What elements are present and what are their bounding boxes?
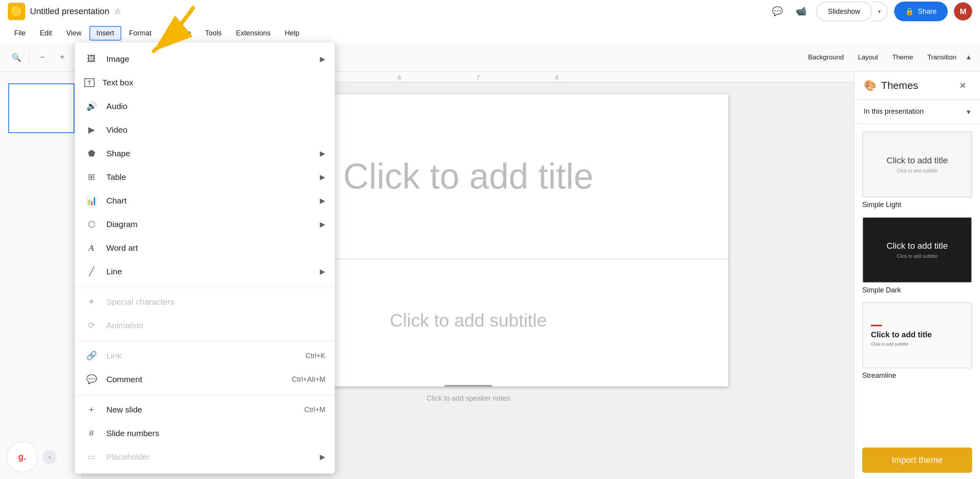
panel-title-row: 🎨 Themes: [864, 80, 918, 92]
menu-arrange[interactable]: Arrange: [160, 27, 197, 40]
document-title[interactable]: Untitled presentation: [30, 6, 110, 17]
menu-edit[interactable]: Edit: [33, 27, 58, 40]
diagram-label: Diagram: [106, 220, 312, 229]
toolbar-right: Background Layout Theme Transition ▲: [802, 51, 972, 64]
simple-dark-preview-subtitle: Click to add subtitle: [896, 253, 937, 259]
chart-label: Chart: [106, 196, 312, 205]
slideshow-dropdown-btn[interactable]: ▾: [872, 2, 888, 21]
image-arrow: ▶: [320, 55, 325, 63]
menu-file[interactable]: File: [8, 27, 32, 40]
menu-bar: File Edit View Insert Format Arrange Too…: [0, 23, 980, 43]
svg-text:7: 7: [477, 74, 480, 81]
new-slide-icon: +: [84, 405, 98, 415]
link-label: Link: [106, 351, 297, 361]
menu-format[interactable]: Format: [123, 27, 158, 40]
in-presentation-row: In this presentation ▾: [854, 100, 980, 124]
line-arrow: ▶: [320, 267, 325, 276]
menu-chart[interactable]: 📊 Chart ▶: [75, 189, 335, 213]
slideshow-button[interactable]: Slideshow: [816, 2, 872, 21]
share-button[interactable]: 🔒 Share: [894, 2, 948, 21]
background-btn[interactable]: Background: [802, 51, 849, 64]
menu-new-slide[interactable]: + New slide Ctrl+M: [75, 398, 335, 422]
menu-shape[interactable]: ⬟ Shape ▶: [75, 142, 335, 165]
meet-icon-btn[interactable]: 📹: [793, 3, 810, 20]
theme-btn[interactable]: Theme: [887, 51, 919, 64]
table-icon: ⊞: [84, 172, 98, 182]
title-bar: 🟡 Untitled presentation ☆ 💬 📹 Slideshow …: [0, 0, 980, 23]
diagram-icon: ⬡: [84, 219, 98, 229]
menu-view[interactable]: View: [60, 27, 88, 40]
menu-link: 🔗 Link Ctrl+K: [75, 344, 335, 368]
toolbar-sep-1: [29, 50, 30, 65]
expand-icon[interactable]: ▾: [967, 107, 971, 117]
menu-video[interactable]: ▶ Video: [75, 118, 335, 142]
panel-header: 🎨 Themes ✕: [854, 72, 980, 100]
menu-slide-numbers[interactable]: # Slide numbers: [75, 422, 335, 445]
menu-table[interactable]: ⊞ Table ▶: [75, 165, 335, 189]
menu-help[interactable]: Help: [278, 27, 306, 40]
wordart-label: Word art: [106, 243, 325, 253]
link-icon: 🔗: [84, 351, 98, 361]
menu-comment[interactable]: 💬 Comment Ctrl+Alt+M: [75, 368, 335, 391]
video-icon: ▶: [84, 125, 98, 135]
placeholder-arrow: ▶: [320, 453, 325, 461]
line-label: Line: [106, 267, 312, 276]
menu-wordart[interactable]: A Word art: [75, 236, 335, 260]
avatar[interactable]: M: [954, 2, 972, 20]
special-chars-label: Special characters: [106, 297, 325, 307]
streamline-accent: [871, 325, 882, 326]
image-icon: 🖼: [84, 54, 98, 64]
theme-simple-light[interactable]: Click to add title Click to add subtitle…: [862, 131, 972, 209]
simple-light-preview-subtitle: Click to add subtitle: [896, 168, 937, 174]
title-actions: 💬 📹 Slideshow ▾ 🔒 Share M: [769, 2, 972, 21]
simple-dark-preview-title: Click to add title: [887, 241, 948, 251]
slide-panel: 1 g. ‹: [0, 72, 83, 479]
menu-audio[interactable]: 🔊 Audio: [75, 94, 335, 118]
app-icon: 🟡: [8, 3, 25, 20]
slide-title[interactable]: Click to add title: [343, 156, 593, 197]
menu-textbox[interactable]: T Text box: [75, 71, 335, 94]
import-theme-button[interactable]: Import theme: [862, 448, 972, 473]
simple-light-label: Simple Light: [862, 201, 972, 209]
theme-streamline[interactable]: Click to add title Click to add subtitle…: [862, 302, 972, 380]
top-bar: 🟡 Untitled presentation ☆ 💬 📹 Slideshow …: [0, 0, 980, 43]
transition-btn[interactable]: Transition: [922, 51, 962, 64]
slide-divider: [445, 385, 492, 387]
menu-animation: ⟳ Animation: [75, 314, 335, 337]
collapse-panel-btn[interactable]: ‹: [43, 450, 57, 464]
search-btn[interactable]: 🔍: [8, 49, 24, 66]
close-panel-btn[interactable]: ✕: [955, 78, 971, 94]
menu-line[interactable]: ╱ Line ▶: [75, 260, 335, 283]
zoom-out-btn[interactable]: −: [34, 49, 51, 66]
slide-thumbnail[interactable]: [8, 83, 74, 133]
layout-btn[interactable]: Layout: [852, 51, 883, 64]
special-chars-icon: ✦: [84, 297, 98, 307]
new-slide-shortcut: Ctrl+M: [304, 406, 326, 414]
slide-subtitle[interactable]: Click to add subtitle: [390, 310, 547, 331]
animation-icon: ⟳: [84, 320, 98, 331]
comment-icon-btn[interactable]: 💬: [769, 3, 786, 20]
simple-dark-label: Simple Dark: [862, 286, 972, 294]
speaker-notes[interactable]: Click to add speaker notes: [427, 394, 510, 403]
zoom-in-btn[interactable]: +: [54, 49, 71, 66]
textbox-icon: T: [84, 78, 95, 87]
star-icon[interactable]: ☆: [114, 7, 121, 16]
theme-simple-dark[interactable]: Click to add title Click to add subtitle…: [862, 217, 972, 294]
comment-icon: 💬: [84, 374, 98, 385]
svg-text:8: 8: [555, 74, 559, 81]
diagram-arrow: ▶: [320, 220, 325, 229]
menu-tools[interactable]: Tools: [199, 27, 228, 40]
chart-icon: 📊: [84, 196, 98, 206]
streamline-preview-title: Click to add title: [871, 330, 932, 339]
menu-diagram[interactable]: ⬡ Diagram ▶: [75, 213, 335, 236]
menu-divider-2: [75, 340, 335, 341]
wordart-icon: A: [84, 243, 98, 253]
menu-image[interactable]: 🖼 Image ▶: [75, 47, 335, 71]
toolbar-collapse-icon[interactable]: ▲: [965, 53, 972, 61]
streamline-preview-subtitle: Click to add subtitle: [871, 342, 908, 346]
slide-numbers-label: Slide numbers: [106, 429, 325, 438]
grammarly-button[interactable]: g.: [6, 441, 38, 473]
menu-extensions[interactable]: Extensions: [230, 27, 277, 40]
themes-panel: 🎨 Themes ✕ In this presentation ▾ Click …: [854, 72, 980, 479]
menu-insert[interactable]: Insert: [89, 26, 121, 41]
